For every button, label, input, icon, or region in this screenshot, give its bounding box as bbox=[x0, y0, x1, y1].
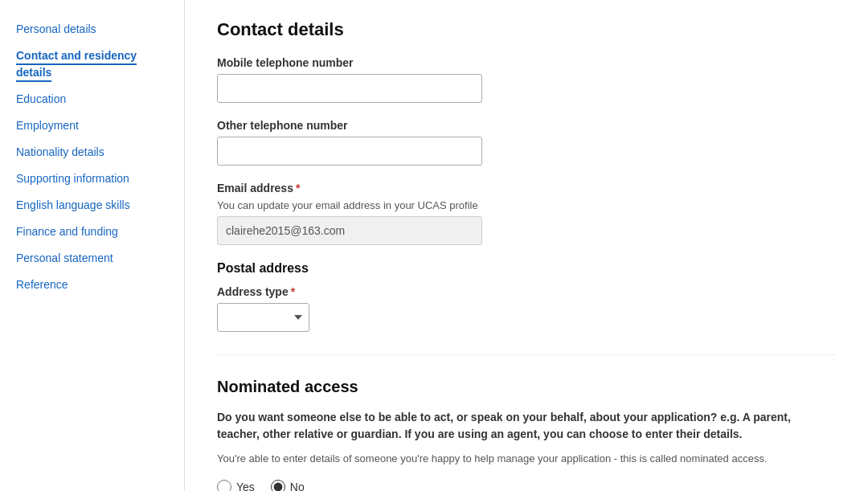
sidebar-item-personal-statement[interactable]: Personal statement bbox=[0, 245, 184, 272]
email-label: Email address* bbox=[217, 182, 836, 194]
address-type-required-star: * bbox=[291, 285, 295, 298]
nominated-access-section: Nominated access Do you want someone els… bbox=[217, 378, 836, 491]
email-field-group: Email address* You can update your email… bbox=[217, 182, 836, 245]
other-phone-input[interactable] bbox=[217, 137, 482, 166]
nominated-description-sub: You're able to enter details of someone … bbox=[217, 451, 836, 467]
sidebar-item-supporting-information[interactable]: Supporting information bbox=[0, 166, 184, 192]
radio-no-label[interactable]: No bbox=[271, 480, 305, 492]
sidebar-item-employment[interactable]: Employment bbox=[0, 113, 184, 139]
email-hint: You can update your email address in you… bbox=[217, 199, 836, 211]
mobile-field-group: Mobile telephone number bbox=[217, 56, 836, 103]
nominated-description-bold: Do you want someone else to be able to a… bbox=[217, 409, 836, 443]
sidebar-item-finance-funding[interactable]: Finance and funding bbox=[0, 219, 184, 245]
main-content: Contact details Mobile telephone number … bbox=[185, 0, 868, 491]
sidebar: Personal details Contact and residency d… bbox=[0, 0, 185, 491]
radio-no-input[interactable] bbox=[271, 480, 285, 492]
other-phone-label: Other telephone number bbox=[217, 119, 836, 132]
address-type-select[interactable]: Home Term-time Correspondence bbox=[217, 303, 309, 332]
mobile-input[interactable] bbox=[217, 74, 482, 103]
sidebar-item-reference[interactable]: Reference bbox=[0, 272, 184, 298]
radio-yes-label[interactable]: Yes bbox=[217, 480, 255, 492]
page-title: Contact details bbox=[217, 19, 836, 40]
other-phone-field-group: Other telephone number bbox=[217, 119, 836, 166]
address-type-label: Address type* bbox=[217, 285, 836, 298]
nominated-access-title: Nominated access bbox=[217, 378, 836, 396]
sidebar-item-education[interactable]: Education bbox=[0, 86, 184, 113]
mobile-label: Mobile telephone number bbox=[217, 56, 836, 69]
sidebar-item-nationality-details[interactable]: Nationality details bbox=[0, 139, 184, 166]
radio-no-text: No bbox=[290, 481, 305, 492]
sidebar-item-personal-details[interactable]: Personal details bbox=[0, 16, 184, 43]
email-required-star: * bbox=[296, 182, 300, 194]
postal-address-title: Postal address bbox=[217, 261, 836, 276]
sidebar-item-english-language-skills[interactable]: English language skills bbox=[0, 192, 184, 219]
radio-yes-input[interactable] bbox=[217, 480, 231, 492]
nominated-access-radio-group: Yes No bbox=[217, 480, 836, 492]
radio-yes-text: Yes bbox=[236, 481, 255, 492]
postal-address-group: Postal address Address type* Home Term-t… bbox=[217, 261, 836, 332]
email-input bbox=[217, 216, 482, 245]
section-divider bbox=[217, 354, 836, 355]
sidebar-item-contact-residency[interactable]: Contact and residency details bbox=[0, 43, 184, 86]
